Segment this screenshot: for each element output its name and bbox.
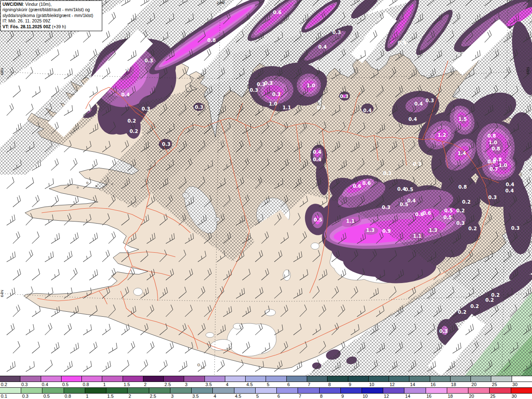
precip-value-label: 0.5 xyxy=(400,202,408,207)
scale-cell xyxy=(348,376,368,382)
scale-cell xyxy=(127,388,148,393)
scale-cell xyxy=(468,388,489,393)
precip-value-label: 0.3 xyxy=(142,106,150,112)
scale-cell xyxy=(404,388,425,393)
precip-value-label: 0.2 xyxy=(462,199,470,205)
scale-cell xyxy=(327,376,347,382)
precip-value-label: 0.2 xyxy=(456,208,465,214)
precip-value-label: 0.2 xyxy=(470,303,479,309)
scale-tick-label: 2 xyxy=(144,382,147,387)
lake-thorisvatn xyxy=(283,270,291,281)
scale-cell xyxy=(204,376,225,382)
rain-scale-bar xyxy=(0,387,532,394)
precip-value-label: 0.2 xyxy=(130,128,138,134)
scale-cell xyxy=(85,388,106,393)
scale-tick-label: 3 xyxy=(171,394,174,399)
precip-value-label: 1.0 xyxy=(489,140,497,145)
scale-cell xyxy=(409,376,429,382)
scale-tick-label: 18 xyxy=(451,382,456,387)
scale-cell xyxy=(234,388,255,393)
scale-tick-label: 3.5 xyxy=(192,394,199,399)
precip-value-label: 0.3 xyxy=(195,104,203,110)
scale-tick-label: 12 xyxy=(384,394,389,399)
precip-value-label: 0.2 xyxy=(458,309,466,315)
precip-value-label: 1.5 xyxy=(458,116,467,122)
scale-tick-label: 0.4 xyxy=(42,382,48,387)
scale-cell xyxy=(255,388,276,393)
scale-cell xyxy=(149,388,170,393)
precip-value-label: 0.4 xyxy=(318,44,327,50)
scale-cell xyxy=(276,388,298,393)
precip-value-label: 1.1 xyxy=(413,233,421,239)
scale-tick-label: 0.3 xyxy=(21,382,27,387)
precip-value-label: 0.3 xyxy=(264,80,273,86)
scale-tick-label: 12 xyxy=(389,382,394,387)
precip-value-label: 0.3 xyxy=(413,161,421,167)
scale-cell xyxy=(123,376,143,382)
scale-tick-label: 14 xyxy=(410,382,415,387)
scale-cell xyxy=(491,376,511,382)
color-scales: 0.20.30.40.50.811.522.533.544.5567891012… xyxy=(0,376,532,399)
scale-tick-label: 5 xyxy=(256,394,259,399)
precip-value-label: 0.3 xyxy=(488,195,497,200)
precip-value-label: 1.2 xyxy=(438,132,446,138)
precip-value-label: 0.3 xyxy=(162,141,170,147)
scale-tick-label: 4 xyxy=(214,394,216,399)
precip-value-label: 0.3 xyxy=(145,58,153,64)
scale-tick-label: 7 xyxy=(308,382,310,387)
precip-value-label: 0.3 xyxy=(340,94,348,99)
precip-value-label: 0.3 xyxy=(439,328,448,334)
scale-tick-label: 6 xyxy=(278,394,280,399)
precip-value-label: 0.4 xyxy=(121,92,130,98)
precip-value-label: 2.7 xyxy=(122,67,130,73)
scale-cell xyxy=(389,376,409,382)
scale-cell xyxy=(362,388,383,393)
precip-value-label: 0.4 xyxy=(407,198,416,204)
snow-scale-labels: 0.20.30.40.50.811.522.533.544.5567891012… xyxy=(0,382,532,387)
scale-tick-label: 0.8 xyxy=(83,382,89,387)
scale-tick-label: 3.5 xyxy=(205,382,212,387)
precip-value-label: 0.5 xyxy=(443,214,452,220)
precip-value-label: 0.5 xyxy=(444,208,453,214)
scale-cell xyxy=(184,376,204,382)
precip-value-label: 0.5 xyxy=(405,187,413,192)
precip-value-label: 0.3 xyxy=(272,91,281,97)
scale-cell xyxy=(489,388,510,393)
scale-tick-label: 20 xyxy=(469,394,474,399)
scale-cell xyxy=(191,388,212,393)
scale-cell xyxy=(225,376,245,382)
scale-cell xyxy=(42,388,63,393)
weather-map-frame: 20W 66N 66N 64N 2.70.30.40.40.30.20.20.3… xyxy=(0,0,532,399)
scale-cell xyxy=(170,388,191,393)
precip-value-label: 0.5 xyxy=(314,217,322,223)
scale-tick-label: 1 xyxy=(86,394,89,399)
precip-value-label: 0.4 xyxy=(409,116,417,122)
scale-tick-label: 10 xyxy=(369,382,374,387)
scale-tick-label: 5 xyxy=(267,382,269,387)
precip-value-label: 0.2 xyxy=(468,226,477,232)
scale-tick-label: 4.5 xyxy=(235,394,241,399)
scale-cell xyxy=(286,376,307,382)
scale-tick-label: 3 xyxy=(185,382,187,387)
rain-scale-labels: 0.10.30.50.811.522.533.544.5567891012141… xyxy=(0,394,532,399)
precip-value-label: 0.3 xyxy=(511,225,520,231)
scale-tick-label: 10 xyxy=(362,394,367,399)
scale-cell xyxy=(102,376,122,382)
scale-cell xyxy=(64,388,85,393)
scale-cell xyxy=(266,376,286,382)
latitude-label-66n-left: 66N xyxy=(0,68,4,75)
precip-value-label: 1.3 xyxy=(366,227,374,233)
scale-tick-label: 2.5 xyxy=(165,382,171,387)
precip-value-label: 1.1 xyxy=(283,105,291,111)
scale-cell xyxy=(212,388,234,393)
scale-tick-label: 30 xyxy=(512,394,517,399)
scale-tick-label: 8 xyxy=(320,394,323,399)
scale-cell xyxy=(426,388,447,393)
precip-value-label: 0.7 xyxy=(490,166,498,172)
scale-tick-label: 2.5 xyxy=(150,394,156,399)
precip-value-label: 0.8 xyxy=(492,146,500,152)
title-valid-time: VT: Fös. 28.11.2025 00Z (+39 h) xyxy=(2,24,100,30)
precip-value-label: 1.0 xyxy=(307,83,315,89)
title-init-time: IT: Mið. 26. 11. 2025 09Z xyxy=(2,18,100,24)
lake-thingvallavatn xyxy=(133,288,143,296)
